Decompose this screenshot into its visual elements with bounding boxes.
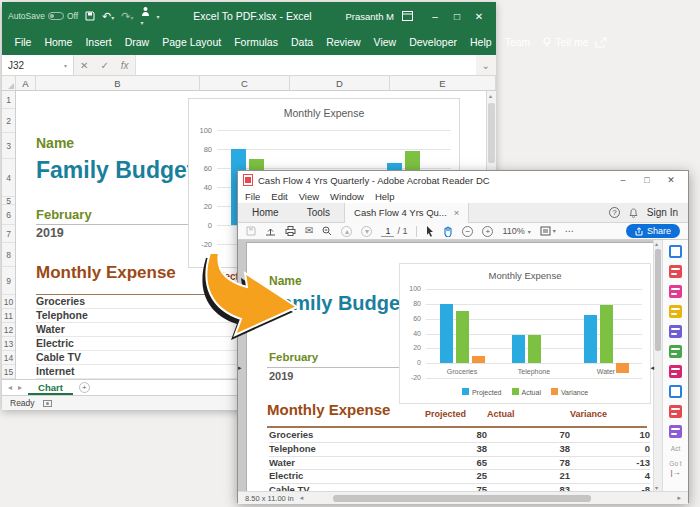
ribbon-tab-developer[interactable]: Developer <box>403 30 464 55</box>
cell-name-label[interactable]: Name <box>36 135 74 151</box>
column-header-D[interactable]: D <box>290 76 390 90</box>
page-number-input[interactable]: 1 <box>381 226 394 237</box>
tell-me-tab[interactable]: Tell me <box>537 30 595 55</box>
sheet-prev-icon[interactable]: ◂ <box>8 383 12 392</box>
zoom-level-select[interactable]: 110% ▾ <box>502 226 530 236</box>
cell-budget-title[interactable]: Family Budget <box>36 157 194 184</box>
menu-window[interactable]: Window <box>330 191 364 202</box>
compress-pdf-tool-icon[interactable] <box>669 405 682 418</box>
more-tools-icon[interactable]: ⋯ <box>565 226 574 236</box>
ribbon-tab-review[interactable]: Review <box>320 30 367 55</box>
ribbon-tab-formulas[interactable]: Formulas <box>228 30 285 55</box>
tab-tools[interactable]: Tools <box>293 203 344 223</box>
ribbon-display-options-button[interactable] <box>402 11 424 21</box>
enter-entry-icon[interactable]: ✓ <box>100 60 108 71</box>
ribbon-tab-data[interactable]: Data <box>284 30 319 55</box>
page-fit-icon[interactable]: ▾ <box>540 226 556 236</box>
horizontal-scrollbar[interactable] <box>333 495 591 502</box>
undo-button[interactable]: ↶▾ <box>102 11 114 22</box>
acrobat-close-button[interactable]: ✕ <box>659 175 683 185</box>
combine-files-tool-icon[interactable] <box>669 325 682 338</box>
notifications-bell-icon[interactable] <box>629 208 638 218</box>
row-header-15[interactable]: 15 <box>2 365 15 379</box>
add-sheet-button[interactable]: + <box>79 382 90 393</box>
ribbon-tab-team[interactable]: Team <box>498 30 537 55</box>
row-header-3[interactable]: 3 <box>2 133 15 159</box>
sheet-tab-chart[interactable]: Chart <box>28 380 73 395</box>
organize-pages-tool-icon[interactable] <box>669 345 682 358</box>
scroll-right-icon[interactable]: ▸ <box>677 494 681 502</box>
cancel-entry-icon[interactable]: ✕ <box>80 60 88 71</box>
column-header-B[interactable]: B <box>36 76 200 90</box>
row-header-7[interactable]: 7 <box>2 225 15 243</box>
hand-tool-icon[interactable] <box>443 226 453 237</box>
left-pane-expand-icon[interactable]: ▸ <box>238 364 242 372</box>
tab-document[interactable]: Cash Flow 4 Yrs Qu... × <box>344 203 469 223</box>
acrobat-maximize-button[interactable]: □ <box>635 175 659 185</box>
share-pane-icon[interactable] <box>595 37 607 48</box>
menu-view[interactable]: View <box>299 191 319 202</box>
sign-in-button[interactable]: Sign In <box>647 207 678 218</box>
row-header-4[interactable]: 4 <box>2 159 15 197</box>
excel-user-name[interactable]: Prasanth M <box>345 11 394 22</box>
previous-page-icon[interactable]: ▴ <box>341 226 352 237</box>
ribbon-tab-home[interactable]: Home <box>38 30 79 55</box>
excel-close-button[interactable]: ✕ <box>468 11 490 22</box>
tab-home[interactable]: Home <box>238 203 293 223</box>
menu-file[interactable]: File <box>245 191 260 202</box>
row-header-13[interactable]: 13 <box>2 337 15 351</box>
excel-minimize-button[interactable]: – <box>424 11 446 22</box>
comment-tool-icon[interactable] <box>669 305 682 318</box>
column-header-C[interactable]: C <box>200 76 290 90</box>
export-pdf-tool-icon[interactable] <box>669 245 682 258</box>
ribbon-tab-help[interactable]: Help <box>464 30 499 55</box>
zoom-in-icon[interactable]: + <box>482 226 493 237</box>
autosave-toggle[interactable]: AutoSave Off <box>8 11 78 21</box>
column-header-A[interactable]: A <box>16 76 36 90</box>
insert-function-icon[interactable]: fx <box>121 60 129 71</box>
select-tool-icon[interactable] <box>426 226 434 237</box>
row-header-8[interactable]: 8 <box>2 243 15 267</box>
formula-bar-expand-icon[interactable]: ⌄ <box>482 60 490 71</box>
row-header-1[interactable]: 1 <box>2 91 15 109</box>
acrobat-minimize-button[interactable]: – <box>611 175 635 185</box>
protect-tool-icon[interactable] <box>669 385 682 398</box>
excel-maximize-button[interactable]: □ <box>446 11 468 22</box>
formula-input[interactable] <box>135 55 476 75</box>
cell-expense-title[interactable]: Monthly Expense <box>36 263 176 283</box>
right-pane-collapse-icon[interactable]: ◂ <box>650 364 654 372</box>
menu-edit[interactable]: Edit <box>271 191 287 202</box>
zoom-out-icon[interactable]: − <box>462 226 473 237</box>
column-header-E[interactable]: E <box>390 76 496 90</box>
tab-close-icon[interactable]: × <box>454 203 460 223</box>
ribbon-tab-insert[interactable]: Insert <box>79 30 118 55</box>
row-header-14[interactable]: 14 <box>2 351 15 365</box>
row-header-10[interactable]: 10 <box>2 295 15 309</box>
row-header-9[interactable]: 9 <box>2 267 15 295</box>
acrobat-vertical-scrollbar[interactable]: ▴ ▾ <box>653 240 662 491</box>
more-tools-stub[interactable]: Act <box>671 445 680 453</box>
fill-sign-tool-icon[interactable] <box>669 365 682 378</box>
row-header-2[interactable]: 2 <box>2 109 15 133</box>
row-header-5[interactable]: 5 <box>2 197 15 205</box>
ribbon-tab-draw[interactable]: Draw <box>118 30 156 55</box>
touch-mode-button[interactable]: ▾ <box>141 6 150 27</box>
cell-year[interactable]: 2019 <box>36 226 64 240</box>
measure-tool-icon[interactable] <box>669 425 682 438</box>
scroll-left-icon[interactable]: ◂ <box>300 494 304 502</box>
goto-stub[interactable]: Go t |→ <box>669 460 681 477</box>
menu-help[interactable]: Help <box>375 191 395 202</box>
row-header-11[interactable]: 11 <box>2 309 15 323</box>
macro-record-icon[interactable] <box>43 399 52 407</box>
help-icon[interactable]: ? <box>609 207 620 218</box>
sheet-next-icon[interactable]: ▸ <box>18 383 22 392</box>
row-header-12[interactable]: 12 <box>2 323 15 337</box>
ribbon-tab-view[interactable]: View <box>367 30 403 55</box>
redo-button[interactable]: ↷▾ <box>121 11 133 22</box>
next-page-icon[interactable]: ▾ <box>361 226 372 237</box>
share-button[interactable]: Share <box>626 224 680 238</box>
create-pdf-tool-icon[interactable] <box>669 265 682 278</box>
name-box[interactable]: J32 ▾ <box>2 55 74 75</box>
edit-pdf-tool-icon[interactable] <box>669 285 682 298</box>
select-all-corner[interactable] <box>2 76 16 90</box>
